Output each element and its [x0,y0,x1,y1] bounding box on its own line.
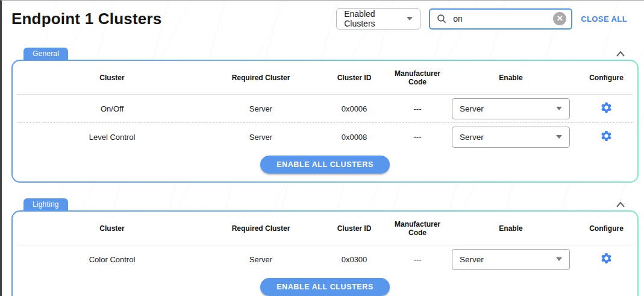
section-general-head: General [11,46,639,60]
cluster-name: On/Off [17,104,207,113]
column-header-configure: Configure [580,224,633,233]
column-header-cluster: Cluster [17,74,207,82]
column-header-enable: Enable [442,224,580,233]
section-lighting-card: Cluster Required Cluster Cluster ID Manu… [11,210,639,296]
column-header-configure: Configure [580,74,633,82]
topbar: Endpoint 1 Clusters Enabled Clusters ✕ C… [2,1,644,34]
manufacturer-code-value: --- [393,133,442,142]
column-header-manufacturer-code: Manufacturer Code [393,220,442,237]
configure-gear-icon[interactable] [600,101,613,114]
close-all-button[interactable]: CLOSE ALL [581,14,627,24]
section-lighting: Lighting Cluster Required Cluster Cluste… [11,197,639,296]
section-general: General Cluster Required Cluster Cluster… [11,46,639,183]
cluster-filter-value: Enabled Clusters [344,9,407,28]
clear-search-icon[interactable]: ✕ [553,12,566,25]
chevron-up-icon [616,201,625,208]
manufacturer-code-value: --- [393,104,442,113]
cluster-id-value: 0x0300 [315,255,393,264]
collapse-section-button[interactable] [614,50,627,57]
enable-dropdown[interactable]: Server [452,249,570,270]
required-cluster-value: Server [207,255,315,264]
page-title: Endpoint 1 Clusters [11,10,161,28]
table-row: Level Control Server 0x0008 --- Server [17,123,633,151]
enable-dropdown[interactable]: Server [452,98,570,119]
configure-gear-icon[interactable] [600,130,613,142]
column-header-manufacturer-code: Manufacturer Code [393,69,442,86]
search-input[interactable] [452,13,553,24]
chevron-down-icon [556,135,562,139]
cluster-filter-dropdown[interactable]: Enabled Clusters [336,8,420,30]
enable-dropdown-value: Server [460,255,484,264]
configure-gear-icon[interactable] [600,252,613,265]
chevron-down-icon [556,107,562,110]
chevron-down-icon [556,257,562,261]
table-header-row: Cluster Required Cluster Cluster ID Manu… [17,212,633,245]
column-header-cluster: Cluster [17,224,207,233]
topbar-controls: Enabled Clusters ✕ CLOSE ALL [336,8,627,30]
section-badge: Lighting [23,198,68,210]
table-header-row: Cluster Required Cluster Cluster ID Manu… [17,61,633,95]
required-cluster-value: Server [207,133,315,142]
search-box[interactable]: ✕ [429,8,572,30]
cluster-id-value: 0x0006 [315,104,393,113]
manufacturer-code-value: --- [393,255,442,264]
table-row: On/Off Server 0x0006 --- Server [17,95,633,123]
column-header-cluster-id: Cluster ID [315,74,393,82]
column-header-required-cluster: Required Cluster [207,224,315,233]
section-general-card: Cluster Required Cluster Cluster ID Manu… [11,60,639,183]
cluster-id-value: 0x0008 [315,133,393,142]
column-header-enable: Enable [442,74,580,82]
enable-dropdown-value: Server [460,133,484,142]
search-icon [436,13,447,24]
column-header-required-cluster: Required Cluster [207,74,315,82]
cluster-name: Color Control [17,255,207,264]
collapse-section-button[interactable] [614,201,627,208]
enable-dropdown-value: Server [460,104,484,113]
section-badge: General [23,48,68,60]
enable-dropdown[interactable]: Server [452,127,570,148]
enable-all-clusters-button[interactable]: ENABLE ALL CLUSTERS [260,278,390,296]
column-header-cluster-id: Cluster ID [315,224,393,233]
enable-all-clusters-button[interactable]: ENABLE ALL CLUSTERS [260,156,390,174]
table-row: Color Control Server 0x0300 --- Server [17,245,633,273]
required-cluster-value: Server [207,104,315,113]
cluster-name: Level Control [17,133,207,142]
section-lighting-head: Lighting [11,197,639,210]
chevron-up-icon [616,50,625,57]
chevron-down-icon [407,17,413,20]
